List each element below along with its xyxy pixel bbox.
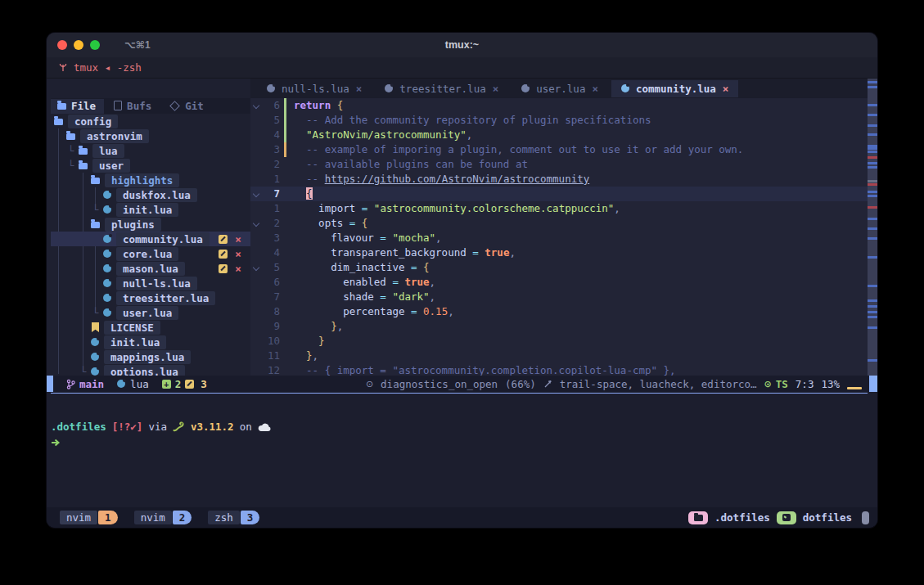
close-icon[interactable]: ×: [493, 83, 499, 95]
code-line[interactable]: 5 -- Add the community repository of plu…: [250, 113, 868, 128]
code-text: -- Add the community repository of plugi…: [288, 113, 651, 128]
lua-file-icon: [103, 205, 111, 214]
tree-item[interactable]: LICENSE: [51, 320, 250, 335]
code-line[interactable]: 1 -- https://github.com/AstroNvim/astroc…: [250, 172, 868, 187]
scrollbar-mark: [868, 285, 877, 287]
code-area[interactable]: 6return {5 -- Add the community reposito…: [250, 98, 868, 376]
code-line[interactable]: 3 -- example of imporing a plugin, comme…: [250, 142, 868, 157]
tab-file[interactable]: File: [51, 99, 104, 114]
tree-item[interactable]: └user: [51, 158, 250, 173]
unsaved-close-icon[interactable]: ×: [234, 248, 242, 260]
code-line[interactable]: 6 enabled = true,: [250, 275, 868, 290]
code-line[interactable]: 11 },: [250, 349, 868, 363]
tree-item[interactable]: mappings.lua: [51, 349, 250, 364]
tmux-window-nvim-2[interactable]: nvim2: [129, 511, 192, 524]
tree-item[interactable]: treesitter.lua: [51, 290, 250, 305]
tree-item-label: init.lua: [116, 203, 178, 217]
tree-item[interactable]: null-ls.lua: [51, 276, 250, 290]
titlebar[interactable]: ⌥⌘1 tmux:~: [47, 33, 877, 57]
code-line[interactable]: 2 -- available plugins can be found at: [250, 157, 868, 172]
tree-item[interactable]: community.lua×: [51, 232, 250, 246]
lua-file-icon: [103, 308, 111, 317]
tmux-window-name: nvim: [134, 511, 172, 524]
tree-item[interactable]: mason.lua×: [51, 261, 250, 276]
tree-item[interactable]: duskfox.lua: [51, 187, 250, 202]
tree-item[interactable]: └lua: [51, 143, 250, 158]
buffer-tab[interactable]: treesitter.lua×: [375, 80, 508, 97]
close-icon[interactable]: ×: [723, 83, 729, 95]
tree-item[interactable]: config: [51, 114, 250, 128]
line-number: 12: [262, 363, 284, 376]
tree-item-label: lua: [92, 144, 124, 158]
tree-item[interactable]: └init.lua: [51, 202, 250, 217]
code-line[interactable]: 10 }: [250, 334, 868, 349]
tmux-window-nvim-1[interactable]: nvim1: [55, 511, 118, 524]
treesitter-label: TS: [776, 378, 788, 390]
tab-bufs[interactable]: Bufs: [107, 99, 160, 114]
scrollbar-mark: [868, 218, 877, 220]
tree-item[interactable]: highlights: [51, 173, 250, 187]
license-icon: [92, 322, 99, 332]
scrollbar-mark: [868, 151, 877, 153]
tree-item-label: mason.lua: [116, 262, 185, 276]
code-line[interactable]: 8 percentage = 0.15,: [250, 304, 868, 319]
line-number: 2: [262, 157, 284, 172]
close-icon[interactable]: ×: [592, 83, 598, 95]
code-line[interactable]: 3 flavour = "mocha",: [250, 231, 868, 245]
fold-chevron-icon[interactable]: [250, 216, 262, 231]
code-line[interactable]: 9 },: [250, 319, 868, 334]
tree-item[interactable]: plugins: [51, 217, 250, 232]
scrollbar-mark: [868, 305, 877, 308]
zoom-window-button[interactable]: [90, 40, 100, 50]
tmux-window-zsh-3[interactable]: zsh3: [203, 511, 259, 524]
line-number: 7: [262, 290, 284, 304]
code-line[interactable]: 7 {: [250, 187, 868, 201]
scrollbar-mark: [868, 227, 877, 230]
code-line[interactable]: 6return {: [250, 98, 868, 113]
unsaved-close-icon[interactable]: ×: [234, 233, 242, 245]
terminal-tab-label[interactable]: tmux ◂ -zsh: [74, 61, 142, 74]
lua-file-icon: [91, 353, 99, 361]
scrollbar-mark: [868, 114, 877, 116]
terminal-tab-bar[interactable]: tmux ◂ -zsh: [47, 57, 877, 79]
tree-item-label: user: [92, 159, 130, 173]
statusline-accent-block: [47, 376, 53, 392]
shell-pane[interactable]: .dotfiles [!?✔] via v3.11.2 on: [47, 394, 877, 507]
terminal-window: ⌥⌘1 tmux:~ tmux ◂ -zsh File Bufs: [47, 33, 877, 528]
buffer-tab[interactable]: user.lua×: [512, 80, 608, 97]
tree-item[interactable]: astronvim: [51, 128, 250, 143]
code-line[interactable]: 4 transparent_background = true,: [250, 245, 868, 260]
scrollbar-mark: [868, 359, 877, 362]
code-line[interactable]: 1 import = "astrocommunity.colorscheme.c…: [250, 201, 868, 216]
scrollbar[interactable]: [868, 79, 877, 376]
code-text: },: [288, 349, 318, 363]
tmux-window-index: 3: [241, 511, 260, 524]
code-line[interactable]: 12 -- { import = "astrocommunity.complet…: [250, 363, 868, 376]
code-line[interactable]: 2 opts = {: [250, 216, 868, 231]
session-badge: [777, 511, 796, 524]
code-text: import = "astrocommunity.colorscheme.cat…: [288, 201, 620, 216]
prompt-arrow-icon: [51, 439, 61, 447]
code-line[interactable]: 7 shade = "dark",: [250, 290, 868, 304]
fold-chevron-icon[interactable]: [250, 260, 262, 275]
scrollbar-mark: [868, 237, 877, 240]
buffer-tab[interactable]: community.lua×: [611, 80, 738, 97]
tree-item[interactable]: └options.lua: [51, 364, 250, 376]
code-line[interactable]: 4 "AstroNvim/astrocommunity",: [250, 128, 868, 142]
close-window-button[interactable]: [57, 40, 67, 50]
close-icon[interactable]: ×: [356, 83, 363, 95]
fold-chevron-icon[interactable]: [250, 98, 262, 113]
lsp-progress: (66%): [505, 378, 536, 390]
minimize-window-button[interactable]: [74, 40, 83, 50]
fold-column: [250, 363, 262, 376]
tree-item[interactable]: core.lua×: [51, 246, 250, 261]
buffer-tab[interactable]: null-ls.lua×: [257, 80, 372, 97]
lua-file-icon: [91, 367, 99, 376]
fold-chevron-icon[interactable]: [250, 187, 262, 201]
tab-git[interactable]: Git: [163, 99, 212, 114]
tree-item[interactable]: └user.lua: [51, 305, 250, 320]
code-line[interactable]: 5 dim_inactive = {: [250, 260, 868, 275]
tree-item[interactable]: init.lua: [51, 335, 250, 349]
neotree-source-tabs: File Bufs Git: [51, 98, 250, 114]
unsaved-close-icon[interactable]: ×: [234, 263, 242, 275]
